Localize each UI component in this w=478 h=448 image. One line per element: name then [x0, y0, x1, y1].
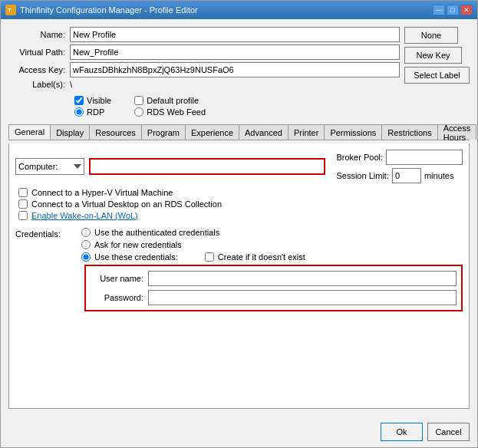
- create-if-not-checkbox[interactable]: [205, 252, 214, 262]
- tab-experience[interactable]: Experience: [185, 124, 239, 140]
- wake-on-lan-label: Enable Wake-on-LAN (WoL): [31, 211, 138, 220]
- auth-creds-row: Use the authenticated credentials: [81, 228, 463, 237]
- bottom-bar: Ok Cancel: [1, 417, 477, 447]
- computer-input[interactable]: [89, 158, 325, 175]
- auth-creds-radio[interactable]: [81, 228, 91, 237]
- right-col-buttons: None New Key Select Label: [404, 27, 470, 84]
- main-content: Name: Virtual Path: Access Key: Label(s)…: [1, 19, 477, 417]
- create-if-not-label: Create if it doesn't exist: [218, 252, 305, 262]
- credentials-content: Use the authenticated credentials Ask fo…: [81, 228, 463, 311]
- username-input[interactable]: [148, 271, 457, 286]
- svg-text:T: T: [8, 7, 12, 14]
- header-area: Name: Virtual Path: Access Key: Label(s)…: [8, 27, 470, 91]
- select-label-button[interactable]: Select Label: [404, 67, 470, 84]
- tab-content-general: Computer: Broker Pool: Session Limit: mi…: [8, 143, 470, 409]
- broker-row: Broker Pool:: [336, 150, 463, 165]
- computer-dropdown[interactable]: Computer:: [15, 158, 84, 175]
- cancel-button[interactable]: Cancel: [427, 423, 470, 441]
- visible-checkbox-row: Visible: [74, 96, 111, 105]
- ask-creds-label: Ask for new credentials: [94, 240, 182, 249]
- labels-value: \: [70, 80, 72, 89]
- hyperv-row: Connect to a Hyper-V Virtual Machine: [18, 188, 463, 197]
- tabs-container: General Display Resources Program Experi…: [8, 124, 470, 140]
- access-key-row: Access Key:: [8, 62, 400, 77]
- broker-pool-input[interactable]: [386, 150, 463, 165]
- minimize-button[interactable]: —: [433, 5, 445, 15]
- tab-permissions[interactable]: Permissions: [324, 124, 382, 140]
- session-limit-label: Session Limit:: [336, 171, 388, 180]
- virtual-path-input[interactable]: [70, 44, 400, 60]
- tab-display[interactable]: Display: [50, 124, 90, 140]
- tab-program[interactable]: Program: [141, 124, 186, 140]
- auth-creds-label: Use the authenticated credentials: [94, 228, 219, 237]
- connection-options: Connect to a Hyper-V Virtual Machine Con…: [15, 188, 463, 220]
- tab-resources[interactable]: Resources: [89, 124, 142, 140]
- ask-creds-radio[interactable]: [81, 240, 91, 249]
- visible-checkbox[interactable]: [74, 96, 84, 105]
- name-row: Name:: [8, 27, 400, 42]
- new-key-button[interactable]: New Key: [404, 47, 462, 64]
- app-icon: T: [5, 5, 16, 15]
- main-window: T Thinfinity Configuration Manager - Pro…: [0, 0, 478, 448]
- default-profile-checkbox[interactable]: [134, 96, 143, 105]
- title-bar: T Thinfinity Configuration Manager - Pro…: [1, 1, 477, 19]
- title-controls: — □ ✕: [433, 5, 473, 15]
- username-label: User name:: [91, 274, 148, 283]
- virtual-desktop-label: Connect to a Virtual Desktop on an RDS C…: [31, 199, 222, 209]
- access-key-label: Access Key:: [8, 65, 70, 74]
- rds-radio[interactable]: [134, 107, 143, 117]
- use-these-label: Use these credentials:: [94, 252, 178, 262]
- general-section: Computer: Broker Pool: Session Limit: mi…: [15, 150, 463, 311]
- virtual-path-label: Virtual Path:: [8, 48, 70, 57]
- use-these-row: Use these credentials: Create if it does…: [81, 252, 463, 262]
- name-input[interactable]: [70, 27, 400, 42]
- maximize-button[interactable]: □: [447, 5, 459, 15]
- default-profile-checkbox-row: Default profile: [134, 96, 206, 105]
- computer-row: Computer: Broker Pool: Session Limit: mi…: [15, 150, 463, 183]
- tab-access-hours[interactable]: Access Hours: [437, 124, 476, 140]
- ask-creds-row: Ask for new credentials: [81, 240, 463, 249]
- credentials-label: Credentials:: [15, 228, 77, 311]
- credentials-inputs-box: User name: Password:: [84, 265, 463, 311]
- rdp-label: RDP: [87, 107, 104, 117]
- password-label: Password:: [91, 293, 148, 302]
- hyperv-label: Connect to a Hyper-V Virtual Machine: [31, 188, 173, 197]
- checkboxes-section: Visible RDP Default profile RDS Web Feed: [8, 96, 470, 117]
- form-fields: Name: Virtual Path: Access Key: Label(s)…: [8, 27, 400, 91]
- session-limit-row: Session Limit: minutes: [336, 168, 463, 183]
- wake-on-lan-checkbox[interactable]: [18, 211, 28, 220]
- rds-label: RDS Web Feed: [147, 107, 206, 117]
- virtual-path-row: Virtual Path:: [8, 44, 400, 60]
- close-button[interactable]: ✕: [460, 5, 473, 15]
- session-limit-input[interactable]: [392, 168, 421, 183]
- ok-button[interactable]: Ok: [381, 423, 423, 441]
- virtual-desktop-row: Connect to a Virtual Desktop on an RDS C…: [18, 199, 463, 209]
- rdp-radio-row: RDP: [74, 107, 111, 117]
- tab-printer[interactable]: Printer: [288, 124, 325, 140]
- rdp-radio[interactable]: [74, 107, 84, 117]
- window-title: Thinfinity Configuration Manager - Profi…: [20, 5, 198, 15]
- title-bar-left: T Thinfinity Configuration Manager - Pro…: [5, 5, 198, 15]
- rds-radio-row: RDS Web Feed: [134, 107, 206, 117]
- visible-label: Visible: [87, 96, 111, 105]
- broker-pool-label: Broker Pool:: [336, 153, 383, 162]
- default-profile-label: Default profile: [147, 96, 199, 105]
- virtual-desktop-checkbox[interactable]: [18, 199, 28, 209]
- password-input[interactable]: [148, 290, 457, 305]
- none-button[interactable]: None: [404, 27, 458, 44]
- hyperv-checkbox[interactable]: [18, 188, 28, 197]
- minutes-label: minutes: [424, 171, 454, 180]
- access-key-input[interactable]: [70, 62, 400, 77]
- name-label: Name:: [8, 30, 70, 39]
- broker-session-col: Broker Pool: Session Limit: minutes: [336, 150, 463, 183]
- tab-general[interactable]: General: [8, 124, 51, 140]
- labels-row: Label(s): \: [8, 80, 400, 89]
- tab-advanced[interactable]: Advanced: [239, 124, 288, 140]
- credentials-section: Credentials: Use the authenticated crede…: [15, 228, 463, 311]
- username-row: User name:: [91, 271, 457, 286]
- labels-label: Label(s):: [8, 80, 70, 89]
- wake-on-lan-row: Enable Wake-on-LAN (WoL): [18, 211, 463, 220]
- tab-restrictions[interactable]: Restrictions: [381, 124, 437, 140]
- use-these-radio[interactable]: [81, 252, 91, 262]
- password-row: Password:: [91, 290, 457, 305]
